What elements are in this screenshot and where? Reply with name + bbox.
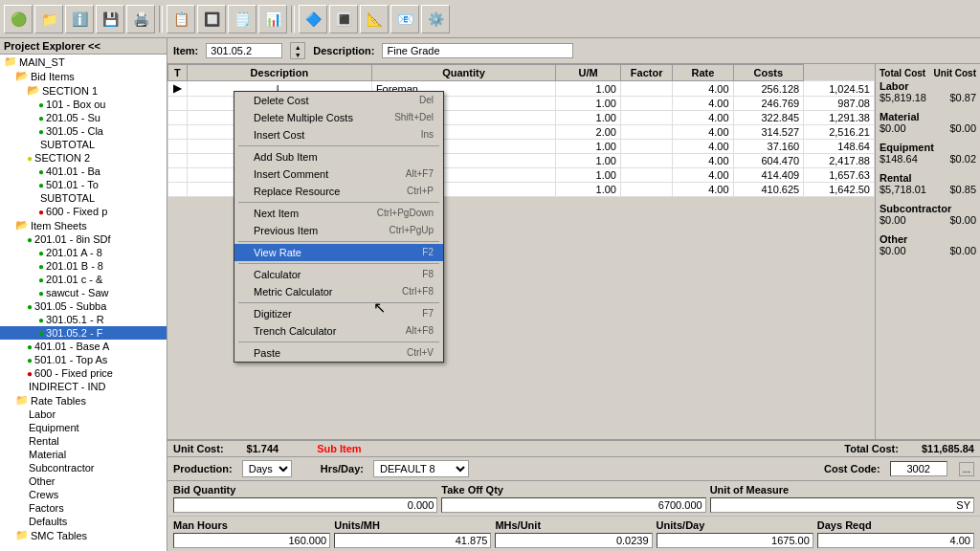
tree-item-600[interactable]: ●600 - Fixed p: [0, 205, 167, 218]
tree-item-smc_tables[interactable]: 📁SMC Tables: [0, 528, 167, 542]
ctx-item-label: Digitizer: [254, 308, 292, 320]
cost-code-input[interactable]: [890, 461, 947, 476]
ctx-item-insert-cost[interactable]: Insert CostIns: [234, 126, 443, 143]
item-number[interactable]: 301.05.2: [206, 43, 282, 58]
tree-item-section2[interactable]: ●SECTION 2: [0, 151, 167, 165]
hrs-day-select[interactable]: DEFAULT 8: [373, 460, 469, 477]
bid-qty-input[interactable]: [173, 497, 437, 513]
tree-item-defaults[interactable]: Defaults: [0, 515, 167, 528]
ctx-item-delete-cost[interactable]: Delete CostDel: [234, 92, 443, 109]
units-day-group: Units/Day: [657, 519, 813, 548]
production-select[interactable]: Days: [242, 460, 292, 477]
tree-item-201c[interactable]: ●201.01 c - &: [0, 273, 167, 286]
tree-item-subtotal1[interactable]: SUBTOTAL: [0, 138, 167, 151]
ctx-item-label: Previous Item: [254, 225, 318, 236]
toolbar-btn-chart[interactable]: 📊: [258, 5, 287, 33]
toolbar-btn-email[interactable]: 📧: [390, 5, 419, 33]
toolbar-btn-gear[interactable]: ⚙️: [421, 5, 450, 33]
toolbar-btn-note[interactable]: 🗒️: [228, 5, 256, 33]
tree-item-201_box[interactable]: ●201.01 - 8in SDf: [0, 232, 167, 246]
ctx-item-insert-comment[interactable]: Insert CommentAlt+F7: [234, 165, 443, 183]
tree-item-rate_tables[interactable]: 📁Rate Tables: [0, 393, 167, 408]
tree-item-other[interactable]: Other: [0, 474, 167, 488]
explorer-tree[interactable]: 📁MAIN_ST📂Bid Items📂SECTION 1●101 - Box o…: [0, 55, 167, 551]
tree-item-501[interactable]: ●501.01 - To: [0, 178, 167, 191]
ctx-item-digitizer[interactable]: DigitizerF7: [234, 305, 443, 322]
tree-item-labor[interactable]: Labor: [0, 408, 167, 421]
ctx-item-calculator[interactable]: CalculatorF8: [234, 266, 443, 283]
quantities-bar-2: Man Hours Units/MH MHs/Unit Units/Day Da…: [167, 516, 980, 551]
cost-code-browse-btn[interactable]: ...: [959, 462, 974, 476]
description-field[interactable]: Fine Grade: [382, 43, 573, 58]
unit-cost-header: Unit Cost: [934, 68, 976, 78]
tree-item-401_base[interactable]: ●401.01 - Base A: [0, 340, 167, 353]
takeoff-qty-input[interactable]: [441, 497, 705, 513]
ctx-item-replace-resource[interactable]: Replace ResourceCtrl+P: [234, 183, 443, 200]
tree-item-material[interactable]: Material: [0, 448, 167, 461]
tree-item-301_05_2[interactable]: ●301.05.2 - F: [0, 326, 167, 340]
toolbar-btn-diamond[interactable]: 🔷: [299, 5, 327, 33]
tree-item-main_st[interactable]: 📁MAIN_ST: [0, 55, 167, 69]
tree-item-bid_items[interactable]: 📂Bid Items: [0, 69, 167, 83]
uom-input[interactable]: [710, 497, 974, 513]
tree-item-301_05_1[interactable]: ●301.05.1 - R: [0, 313, 167, 326]
toolbar-btn-window[interactable]: 🔲: [197, 5, 226, 33]
man-hours-input[interactable]: [173, 533, 330, 548]
labor-label: Labor: [880, 80, 976, 92]
tree-item-indirect[interactable]: INDIRECT - IND: [0, 380, 167, 393]
item-spinner[interactable]: ▲ ▼: [290, 42, 305, 59]
tree-item-equipment[interactable]: Equipment: [0, 421, 167, 434]
ctx-item-previous-item[interactable]: Previous ItemCtrl+PgUp: [234, 222, 443, 239]
spin-down-btn[interactable]: ▼: [291, 51, 304, 58]
toolbar-btn-ruler[interactable]: 📐: [360, 5, 389, 33]
tree-item-rental[interactable]: Rental: [0, 434, 167, 448]
tree-item-600_fixed[interactable]: ●600 - Fixed price: [0, 366, 167, 380]
ctx-item-paste[interactable]: PasteCtrl+V: [234, 344, 443, 362]
tree-item-subcontractor[interactable]: Subcontractor: [0, 461, 167, 474]
mhs-unit-input[interactable]: [495, 533, 652, 548]
cell-qty: 1.00: [556, 140, 621, 154]
ctx-item-trench-calculator[interactable]: Trench CalculatorAlt+F8: [234, 322, 443, 340]
cell-costs: 987.08: [804, 97, 875, 111]
days-reqd-input[interactable]: [817, 533, 974, 548]
tree-item-factors[interactable]: Factors: [0, 501, 167, 515]
toolbar-btn-grid[interactable]: 🔳: [329, 5, 358, 33]
tree-item-201a[interactable]: ●201.01 A - 8: [0, 246, 167, 259]
tree-label-defaults: Defaults: [29, 516, 67, 527]
tree-label-301_05_1: 301.05.1 - R: [46, 314, 104, 325]
tree-item-section1[interactable]: 📂SECTION 1: [0, 83, 167, 98]
units-mh-label: Units/MH: [334, 519, 491, 531]
toolbar-btn-back[interactable]: 🟢: [4, 5, 33, 33]
ctx-item-add-sub-item[interactable]: Add Sub Item: [234, 148, 443, 165]
tree-item-item_sheets[interactable]: 📂Item Sheets: [0, 218, 167, 232]
tree-item-101[interactable]: ●101 - Box ou: [0, 98, 167, 111]
ctx-item-view-rate[interactable]: View RateF2: [234, 244, 443, 261]
tree-label-equipment: Equipment: [29, 422, 79, 433]
toolbar-btn-print[interactable]: 🖨️: [126, 5, 155, 33]
uom-label: Unit of Measure: [710, 484, 974, 496]
tree-item-sawcut[interactable]: ●sawcut - Saw: [0, 286, 167, 299]
tree-item-201[interactable]: ●201.05 - Su: [0, 111, 167, 124]
item-header-bar: Item: 301.05.2 ▲ ▼ Description: Fine Gra…: [167, 38, 980, 64]
tree-item-301[interactable]: ●301.05 - Cla: [0, 124, 167, 138]
spin-up-btn[interactable]: ▲: [291, 43, 304, 51]
units-day-input[interactable]: [657, 533, 813, 548]
tree-item-crews[interactable]: Crews: [0, 488, 167, 501]
tree-item-501_top[interactable]: ●501.01 - Top As: [0, 353, 167, 366]
ctx-item-delete-multiple-costs[interactable]: Delete Multiple CostsShift+Del: [234, 109, 443, 126]
tree-label-other: Other: [29, 475, 56, 487]
toolbar-btn-save[interactable]: 💾: [96, 5, 124, 33]
tree-item-201b[interactable]: ●201.01 B - 8: [0, 259, 167, 273]
units-mh-input[interactable]: [334, 533, 491, 548]
ctx-item-shortcut: Ctrl+P: [407, 186, 434, 197]
tree-item-401[interactable]: ●401.01 - Ba: [0, 165, 167, 178]
ctx-item-next-item[interactable]: Next ItemCtrl+PgDown: [234, 205, 443, 222]
toolbar-btn-info[interactable]: ℹ️: [65, 5, 94, 33]
ctx-item-metric-calculator[interactable]: Metric CalculatorCtrl+F8: [234, 283, 443, 300]
toolbar-btn-copy[interactable]: 📋: [167, 5, 195, 33]
tree-item-301_05[interactable]: ●301.05 - Subba: [0, 299, 167, 313]
ctx-item-shortcut: Ins: [421, 129, 434, 141]
toolbar-btn-folder[interactable]: 📁: [34, 5, 63, 33]
tree-item-subtotal2[interactable]: SUBTOTAL: [0, 191, 167, 205]
status-bar: Unit Cost: $1.744 Sub Item Total Cost: $…: [167, 439, 980, 456]
